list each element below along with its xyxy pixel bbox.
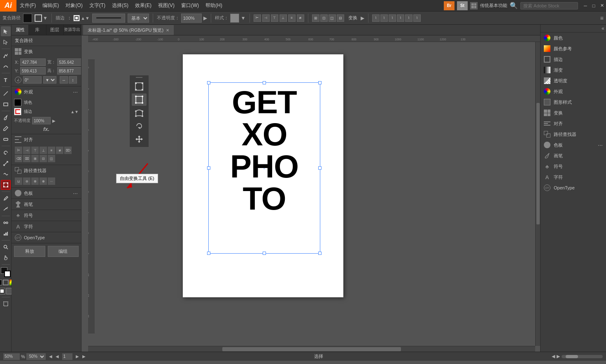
align-bottom-btn[interactable]: ≢	[56, 147, 63, 154]
w-input[interactable]	[57, 58, 82, 66]
opentype-header[interactable]: OT OpenType	[12, 232, 81, 243]
right-stroke-header[interactable]: 描边	[541, 54, 606, 65]
paintbrush-tool[interactable]	[1, 113, 11, 123]
brush-header[interactable]: 画笔	[12, 199, 81, 210]
mini-free-distort[interactable]	[132, 80, 147, 93]
y-input[interactable]	[20, 67, 46, 75]
right-pathfinder-header[interactable]: 路径查找器	[541, 129, 606, 140]
eyedropper-tool[interactable]	[1, 194, 11, 203]
fill-only[interactable]	[0, 280, 2, 285]
normal-view[interactable]	[0, 288, 5, 294]
appearance-more[interactable]: ···	[73, 89, 78, 95]
dist-bottom-btn[interactable]: ◫	[48, 155, 55, 162]
pathfinder-intersect[interactable]: ⊗	[31, 177, 39, 185]
none-fill[interactable]	[3, 280, 9, 285]
search-toggle-icon[interactable]: 🔍	[510, 2, 518, 9]
dist-vcenter-btn[interactable]: ⊡	[40, 155, 47, 162]
stock-icon[interactable]: St	[457, 1, 468, 10]
right-color-header[interactable]: 颜色	[541, 33, 606, 43]
right-align-header[interactable]: 对齐	[541, 118, 606, 129]
tab-close[interactable]: ✕	[166, 28, 169, 33]
rotate-tool[interactable]	[1, 148, 11, 158]
flip-h-btn[interactable]: ↔	[60, 76, 68, 84]
colorpanel-header[interactable]: 色板 ···	[12, 188, 81, 198]
dist-top-btn[interactable]: ⊞	[31, 155, 39, 162]
line-tool[interactable]	[1, 89, 11, 98]
nav-left-btn[interactable]: ◀	[552, 354, 555, 359]
fill-swatch[interactable]	[23, 14, 32, 23]
mini-panel-drag[interactable]	[136, 77, 142, 78]
menu-select[interactable]: 选择(S)	[109, 0, 132, 11]
handle-bl[interactable]	[207, 252, 210, 255]
pencil-tool[interactable]	[1, 124, 11, 133]
transform-btn4[interactable]: ⊟	[337, 14, 344, 22]
transform-label[interactable]: 变换	[348, 15, 357, 21]
right-appearance-header[interactable]: 外观	[541, 86, 606, 97]
warp-tool[interactable]	[1, 169, 11, 179]
handle-bc[interactable]	[263, 252, 266, 255]
scrollbar-vertical[interactable]	[535, 42, 540, 346]
stroke-select[interactable]: 基本	[128, 14, 149, 23]
stroke-color-swatch[interactable]	[14, 108, 21, 115]
menu-window[interactable]: 窗口(W)	[178, 0, 202, 11]
transform-btn3[interactable]: ◫	[329, 14, 336, 22]
opacity-expand[interactable]: ▶	[52, 119, 56, 123]
scrollbar-horizontal[interactable]	[88, 346, 535, 352]
transform-btn2[interactable]: ⊡	[320, 14, 328, 22]
align-h-right[interactable]: ⊤	[271, 14, 278, 22]
style-swatch[interactable]	[230, 14, 239, 23]
scroll-track[interactable]	[562, 355, 603, 358]
dist-hcenter-btn[interactable]: ⌫	[15, 155, 22, 162]
menu-file[interactable]: 文件(F)	[16, 0, 39, 11]
align-vcenter-btn[interactable]: ≡	[48, 147, 55, 154]
angle-select[interactable]: ▼	[43, 76, 56, 84]
pathfinder-unite[interactable]: ⊔	[15, 177, 22, 185]
bridge-icon[interactable]: Br	[444, 1, 454, 10]
align-hcenter-btn[interactable]: ⊣	[23, 147, 30, 154]
stroke-toggle[interactable]: ▼	[35, 14, 48, 22]
dist-btn4[interactable]: ⌇	[397, 14, 404, 22]
pathfinder-minus[interactable]: ⊖	[23, 177, 30, 185]
document-tab[interactable]: 未标题-1.ai* @ 50% (RGB/GPU 预览) ✕	[83, 25, 174, 35]
zoom-tool[interactable]	[1, 242, 11, 252]
handle-tl[interactable]	[207, 81, 210, 84]
nav-next2[interactable]: ▶	[82, 354, 86, 359]
right-symbol-header[interactable]: ♣ 符号	[541, 161, 606, 172]
align-v-center[interactable]: ≡	[288, 14, 296, 22]
pathfinder-more[interactable]: ···	[48, 177, 55, 185]
hand-tool[interactable]	[1, 253, 11, 263]
appearance-header[interactable]: 外观 ···	[12, 86, 81, 97]
pathfinder-header[interactable]: 路径查找器	[12, 165, 81, 176]
character-header[interactable]: A 字符	[12, 221, 81, 232]
rect-tool[interactable]	[1, 99, 11, 109]
fill-color-swatch[interactable]	[14, 99, 21, 106]
artboard-tool[interactable]	[1, 299, 11, 309]
mini-move-handle[interactable]	[132, 133, 147, 145]
page-number[interactable]	[62, 353, 72, 360]
handle-br[interactable]	[318, 252, 322, 255]
select-tool[interactable]	[1, 26, 11, 36]
align-header[interactable]: 对齐	[12, 134, 81, 145]
measure-tool[interactable]	[1, 204, 11, 214]
nav-next[interactable]: ▶	[76, 354, 79, 359]
right-colorpanel-header[interactable]: 色板 ···	[541, 140, 606, 150]
dist-right-btn[interactable]: ⌧	[23, 155, 30, 162]
release-button[interactable]: 释放	[14, 246, 45, 257]
curvature-tool[interactable]	[1, 61, 11, 71]
right-colorguide-header[interactable]: 颜色参考	[541, 43, 606, 54]
direct-select-tool[interactable]	[1, 37, 11, 47]
maximize-button[interactable]: □	[590, 0, 598, 12]
angle-input[interactable]	[23, 76, 42, 84]
scrollbar-h-thumb[interactable]	[222, 347, 401, 351]
chart-tool[interactable]	[1, 229, 11, 238]
dist-btn2[interactable]: ⌇	[380, 14, 388, 22]
dist-btn6[interactable]: ⌇	[413, 14, 421, 22]
align-top-btn[interactable]: ⊥	[40, 147, 47, 154]
align-left-btn[interactable]: ⊢	[15, 147, 22, 154]
menu-object[interactable]: 对象(O)	[62, 0, 86, 11]
tab-layers[interactable]: 图层	[47, 25, 64, 35]
right-gradient-header[interactable]: 渐变	[541, 65, 606, 75]
menu-type[interactable]: 文字(T)	[86, 0, 109, 11]
right-transparency-header[interactable]: 透明度	[541, 75, 606, 86]
tab-assets[interactable]: 资源导出	[64, 25, 81, 35]
